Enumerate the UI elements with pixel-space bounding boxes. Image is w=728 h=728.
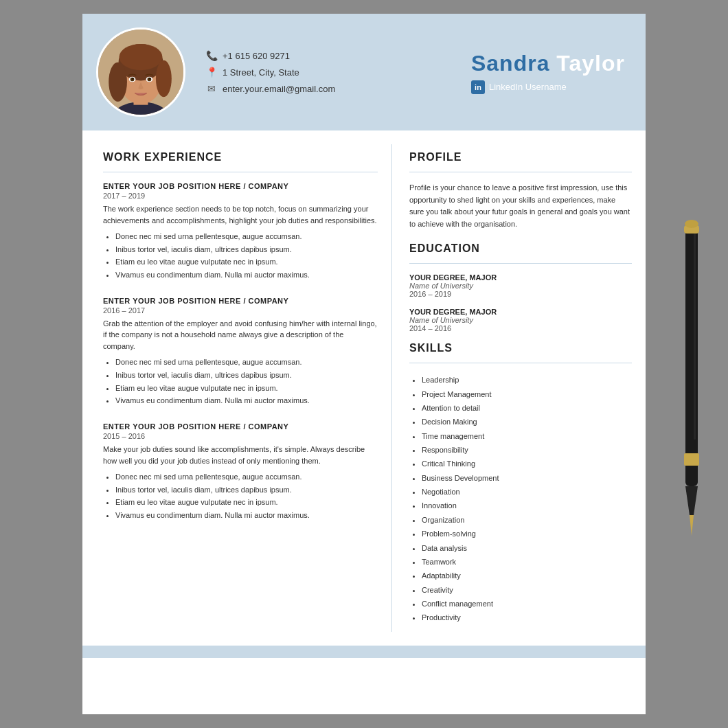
skill-item: Data analysis: [422, 541, 632, 555]
skill-item: Conflict management: [422, 597, 632, 611]
footer-bar: [82, 646, 646, 658]
email-icon: ✉: [206, 83, 217, 94]
edu-date-2: 2014 – 2016: [409, 324, 632, 332]
svg-rect-21: [694, 234, 696, 440]
job-bullets-2: Donec nec mi sed urna pellentesque, augu…: [103, 356, 378, 407]
job-date-1: 2017 – 2019: [103, 192, 378, 200]
skill-item: Business Development: [422, 471, 632, 485]
svg-point-13: [149, 78, 150, 80]
skill-item: Productivity: [422, 611, 632, 624]
bullet: Vivamus eu condimentum diam. Nulla mi au…: [115, 394, 378, 407]
bullet: Vivamus eu condimentum diam. Nulla mi au…: [115, 509, 378, 522]
svg-point-5: [109, 62, 127, 102]
job-entry-1: ENTER YOUR JOB POSITION HERE / COMPANY 2…: [103, 182, 378, 282]
full-name: Sandra Taylor: [471, 51, 625, 76]
email-text: enter.your.email@gmail.com: [223, 84, 335, 94]
job-title-1: ENTER YOUR JOB POSITION HERE / COMPANY: [103, 182, 378, 190]
svg-rect-15: [685, 225, 698, 486]
edu-date-1: 2016 – 2019: [409, 290, 632, 298]
location-icon: 📍: [206, 67, 217, 78]
pen-decoration: [673, 220, 707, 549]
skill-item: Decision Making: [422, 415, 632, 429]
email-row: ✉ enter.your.email@gmail.com: [206, 83, 457, 94]
svg-rect-17: [684, 453, 699, 466]
divider-education: [409, 263, 632, 264]
linkedin-icon: in: [471, 80, 485, 94]
skill-item: Teamwork: [422, 555, 632, 569]
svg-point-18: [685, 220, 698, 228]
svg-point-7: [120, 44, 163, 70]
skills-list: LeadershipProject ManagementAttention to…: [409, 373, 632, 624]
education-title: EDUCATION: [409, 242, 632, 255]
skills-title: SKILLS: [409, 342, 632, 354]
address-text: 1 Street, City, State: [223, 67, 299, 78]
profile-title: PROFILE: [409, 151, 632, 163]
job-entry-3: ENTER YOUR JOB POSITION HERE / COMPANY 2…: [103, 422, 378, 522]
profile-text: Profile is your chance to leave a positi…: [409, 182, 632, 230]
edu-entry-2: YOUR DEGREE, MAJOR Name of University 20…: [409, 308, 632, 332]
svg-marker-19: [685, 486, 698, 515]
svg-point-12: [133, 78, 134, 80]
linkedin-username: LinkedIn Username: [489, 82, 567, 92]
name-section: Sandra Taylor in LinkedIn Username: [457, 51, 625, 94]
svg-point-6: [156, 60, 172, 97]
first-name: Sandra: [471, 51, 549, 76]
bullet: Donec nec mi sed urna pellentesque, augu…: [115, 470, 378, 484]
skill-item: Time management: [422, 429, 632, 443]
job-desc-2: Grab the attention of the employer and a…: [103, 318, 378, 352]
bullet: Donec nec mi sed urna pellentesque, augu…: [115, 230, 378, 243]
bullet: Vivamus eu condimentum diam. Nulla mi au…: [115, 269, 378, 282]
job-date-2: 2016 – 2017: [103, 306, 378, 315]
bullet: Inibus tortor vel, iaculis diam, ultrice…: [115, 484, 378, 497]
bullet: Etiam eu leo vitae augue vulputate nec i…: [115, 382, 378, 395]
skill-item: Responsibility: [422, 443, 632, 457]
bullet: Inibus tortor vel, iaculis diam, ultrice…: [115, 369, 378, 382]
phone-row: 📞 +1 615 620 9271: [206, 50, 457, 61]
phone-icon: 📞: [206, 50, 217, 61]
left-column: WORK EXPERIENCE ENTER YOUR JOB POSITION …: [82, 144, 392, 632]
job-bullets-1: Donec nec mi sed urna pellentesque, augu…: [103, 230, 378, 282]
right-column: PROFILE Profile is your chance to leave …: [392, 144, 646, 632]
skill-item: Attention to detail: [422, 401, 632, 415]
avatar: [96, 27, 185, 117]
job-desc-3: Make your job duties sound like accompli…: [103, 444, 378, 466]
job-date-3: 2015 – 2016: [103, 432, 378, 440]
last-name: Taylor: [556, 51, 625, 76]
contact-info: 📞 +1 615 620 9271 📍 1 Street, City, Stat…: [185, 50, 457, 94]
edu-degree-2: YOUR DEGREE, MAJOR: [409, 308, 632, 316]
bullet: Donec nec mi sed urna pellentesque, augu…: [115, 356, 378, 369]
job-title-2: ENTER YOUR JOB POSITION HERE / COMPANY: [103, 297, 378, 305]
resume-header: 📞 +1 615 620 9271 📍 1 Street, City, Stat…: [82, 14, 646, 130]
job-title-3: ENTER YOUR JOB POSITION HERE / COMPANY: [103, 422, 378, 431]
resume-body: WORK EXPERIENCE ENTER YOUR JOB POSITION …: [82, 130, 646, 646]
resume-page: 📞 +1 615 620 9271 📍 1 Street, City, Stat…: [82, 14, 646, 714]
job-desc-1: The work experience section needs to be …: [103, 203, 378, 226]
skill-item: Organization: [422, 513, 632, 527]
divider-profile: [409, 172, 632, 172]
job-entry-2: ENTER YOUR JOB POSITION HERE / COMPANY 2…: [103, 297, 378, 407]
svg-point-11: [148, 78, 152, 82]
skill-item: Innovation: [422, 499, 632, 512]
skill-item: Project Management: [422, 387, 632, 401]
svg-marker-20: [690, 515, 694, 536]
skill-item: Creativity: [422, 583, 632, 597]
work-experience-title: WORK EXPERIENCE: [103, 151, 378, 163]
divider-work: [103, 172, 378, 172]
job-bullets-3: Donec nec mi sed urna pellentesque, augu…: [103, 470, 378, 522]
edu-degree-1: YOUR DEGREE, MAJOR: [409, 273, 632, 282]
skill-item: Adaptability: [422, 569, 632, 582]
skill-item: Negotiation: [422, 485, 632, 499]
skill-item: Problem-solving: [422, 527, 632, 541]
edu-univ-2: Name of University: [409, 316, 632, 324]
divider-skills: [409, 363, 632, 363]
phone-number: +1 615 620 9271: [223, 51, 290, 61]
address-row: 📍 1 Street, City, State: [206, 67, 457, 78]
skill-item: Critical Thinking: [422, 457, 632, 470]
bullet: Inibus tortor vel, iaculis diam, ultrice…: [115, 243, 378, 256]
skill-item: Leadership: [422, 373, 632, 387]
bullet: Etiam eu leo vitae augue vulputate nec i…: [115, 255, 378, 269]
linkedin-row: in LinkedIn Username: [471, 80, 567, 94]
edu-univ-1: Name of University: [409, 282, 632, 290]
bullet: Etiam eu leo vitae augue vulputate nec i…: [115, 496, 378, 509]
svg-point-10: [130, 78, 135, 82]
